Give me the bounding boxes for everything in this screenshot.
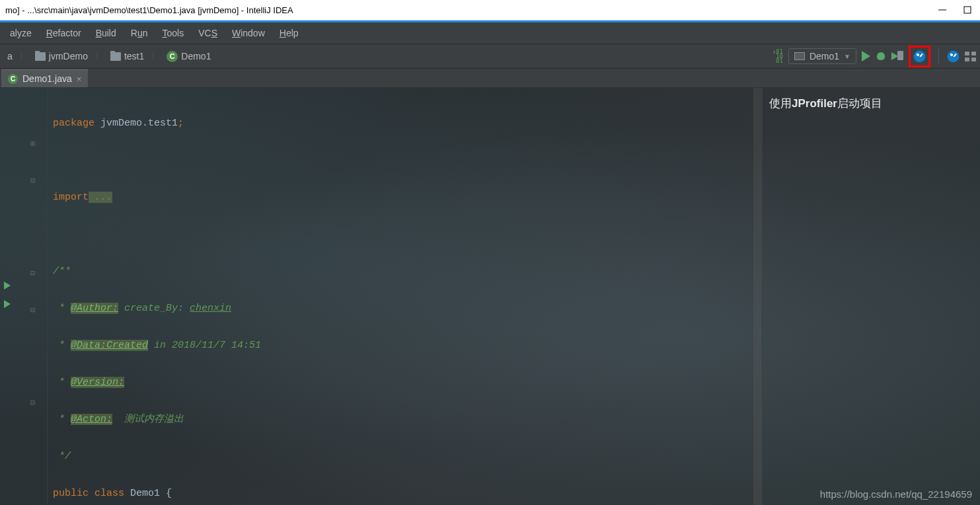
coverage-button[interactable] [891,51,903,61]
menu-vcs[interactable]: VCS [191,25,225,41]
app-icon [794,52,805,60]
editor-area: ⊞ ⊟ ⊟ ⊟ ⊟ package jvmDemo.test1; import … [0,88,980,505]
fold-collapse-icon[interactable]: ⊟ [19,393,47,412]
crumb-jvmdemo[interactable]: jvmDemo [32,50,91,63]
svg-rect-1 [964,7,971,13]
menu-build[interactable]: Build [89,25,124,41]
chevron-down-icon: ▼ [844,53,850,60]
fold-marker[interactable] [19,208,47,227]
class-icon: C [8,74,18,84]
close-icon[interactable]: × [77,74,82,84]
toolbar-right: ↓01 10 01 Demo1 ▼ [773,46,976,67]
structure-button[interactable] [965,52,976,61]
chevron-right-icon: 〉 [151,50,160,62]
breadcrumb: a 〉 jvmDemo 〉 test1 〉 C Demo1 [4,50,214,63]
menu-window[interactable]: Window [225,25,272,41]
menu-help[interactable]: Help [272,25,306,41]
tab-label: Demo1.java [22,73,72,84]
fold-marker[interactable] [19,153,47,171]
fold-marker[interactable] [19,190,47,208]
menu-tools[interactable]: Tools [155,25,191,41]
debug-button[interactable] [876,51,886,61]
fold-marker[interactable] [19,97,47,116]
minimize-icon[interactable] [938,5,947,15]
code-editor[interactable]: package jvmDemo.test1; import ... /** * … [48,88,753,505]
fold-collapse-icon[interactable]: ⊟ [19,171,47,190]
separator [938,49,939,63]
menu-refactor[interactable]: Refactor [39,25,89,41]
fold-collapse-icon[interactable]: ⊟ [19,301,47,319]
menu-run[interactable]: Run [124,25,155,41]
window-title: mo] - ...\src\main\java\jvmDemo\test1\De… [5,5,938,15]
fold-marker[interactable] [19,375,47,393]
maximize-icon[interactable] [963,5,972,15]
crumb-demo1[interactable]: C Demo1 [163,50,214,63]
annotation-text: 使用JProfiler启动项目 [769,96,973,111]
fold-collapse-icon[interactable]: ⊟ [19,264,47,282]
fold-marker[interactable] [19,282,47,301]
chevron-right-icon: 〉 [19,50,28,62]
fold-gutter: ⊞ ⊟ ⊟ ⊟ ⊟ [19,88,48,505]
fold-marker[interactable] [19,116,47,134]
fold-marker[interactable] [19,245,47,264]
run-line-icon[interactable] [4,282,11,290]
watermark: https://blog.csdn.net/qq_22194659 [820,488,972,500]
run-line-icon[interactable] [4,300,11,308]
editor-scrollbar[interactable] [753,88,762,505]
class-icon: C [167,51,178,62]
folder-icon [35,52,46,61]
fold-expand-icon[interactable]: ⊞ [19,134,47,153]
jprofiler-button[interactable] [913,50,926,63]
update-icon[interactable]: ↓01 10 01 [773,50,783,63]
navigation-bar: a 〉 jvmDemo 〉 test1 〉 C Demo1 ↓01 10 01 … [0,44,980,69]
fold-marker[interactable] [19,319,47,338]
run-config-label: Demo1 [810,51,839,61]
annotation-panel: 使用JProfiler启动项目 [762,88,980,505]
window-titlebar: mo] - ...\src\main\java\jvmDemo\test1\De… [0,0,980,20]
profiler-attach-button[interactable] [947,50,960,63]
fold-marker[interactable] [19,356,47,375]
crumb-test1[interactable]: test1 [107,50,147,63]
menu-bar: alyze Refactor Build Run Tools VCS Windo… [0,22,980,44]
jprofiler-highlight [909,46,930,67]
fold-marker[interactable] [19,227,47,245]
chevron-right-icon: 〉 [94,50,104,62]
crumb-root[interactable]: a [4,50,16,63]
run-config-selector[interactable]: Demo1 ▼ [788,48,856,64]
tab-demo1[interactable]: C Demo1.java × [1,69,88,87]
run-gutter [0,88,19,505]
menu-analyze[interactable]: alyze [3,25,39,41]
fold-marker[interactable] [19,338,47,356]
editor-tabs: C Demo1.java × [0,69,980,88]
run-button[interactable] [862,51,870,61]
folder-icon [110,52,121,61]
